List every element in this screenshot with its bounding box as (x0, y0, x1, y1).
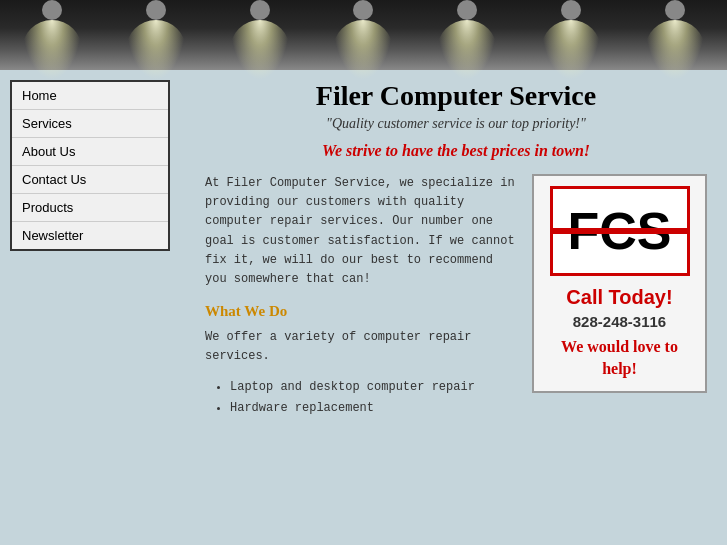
tagline: "Quality customer service is our top pri… (205, 116, 707, 132)
nav-item-about-us[interactable]: About Us (12, 138, 168, 166)
spotlight-2 (126, 20, 186, 80)
fcs-logo-bar (553, 228, 687, 234)
intro-text: At Filer Computer Service, we specialize… (205, 174, 517, 289)
promo-text: We strive to have the best prices in tow… (205, 142, 707, 160)
list-item-1: Laptop and desktop computer repair (230, 377, 517, 399)
fcs-card: FCS Call Today! 828-248-3116 We would lo… (532, 174, 707, 393)
we-would-love-text: We would love to help! (561, 336, 678, 381)
main-area: Home Services About Us Contact Us Produc… (0, 70, 727, 545)
phone-number: 828-248-3116 (573, 313, 666, 330)
nav-box: Home Services About Us Contact Us Produc… (10, 80, 170, 251)
site-title: Filer Computer Service (205, 80, 707, 112)
list-item-2: Hardware replacement (230, 398, 517, 420)
sidebar: Home Services About Us Contact Us Produc… (0, 70, 185, 545)
spotlight-5 (437, 20, 497, 80)
what-we-do-text: We offer a variety of computer repair se… (205, 328, 517, 366)
nav-item-contact-us[interactable]: Contact Us (12, 166, 168, 194)
what-we-do-heading: What We Do (205, 303, 517, 320)
nav-item-home[interactable]: Home (12, 82, 168, 110)
spotlight-3 (230, 20, 290, 80)
spotlight-bar (0, 0, 727, 70)
nav-item-newsletter[interactable]: Newsletter (12, 222, 168, 249)
nav-item-services[interactable]: Services (12, 110, 168, 138)
two-col-layout: At Filer Computer Service, we specialize… (205, 174, 707, 420)
services-list: Laptop and desktop computer repair Hardw… (205, 377, 517, 420)
fcs-logo: FCS (550, 186, 690, 276)
left-column: At Filer Computer Service, we specialize… (205, 174, 517, 420)
nav-item-products[interactable]: Products (12, 194, 168, 222)
spotlight-6 (541, 20, 601, 80)
spotlight-7 (645, 20, 705, 80)
call-today-text: Call Today! (566, 286, 672, 309)
content-area: Filer Computer Service "Quality customer… (185, 70, 727, 545)
spotlight-1 (22, 20, 82, 80)
